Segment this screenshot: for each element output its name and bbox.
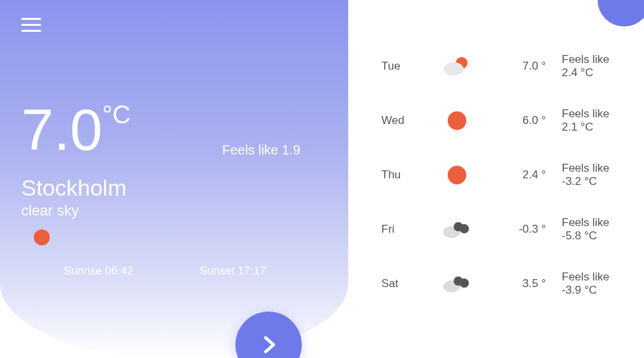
forecast-temp: 3.5 ° — [493, 277, 546, 290]
forecast-feels-like: Feels like 2.1 °C — [562, 107, 628, 134]
forecast-row: Wed 6.0 ° Feels like 2.1 °C — [381, 107, 628, 134]
sun-icon — [437, 111, 477, 131]
forecast-feels-like: Feels like -5.8 °C — [562, 216, 628, 243]
svg-point-3 — [448, 111, 466, 130]
weather-description: clear sky — [21, 202, 327, 219]
partly-cloudy-icon — [437, 56, 477, 76]
svg-point-0 — [34, 229, 50, 245]
forecast-row: Sat 3.5 ° Feels like -3.9 °C — [381, 270, 628, 297]
sun-icon — [437, 165, 477, 185]
temperature-unit: °C — [102, 101, 131, 129]
corner-button[interactable] — [598, 0, 644, 27]
forecast-day: Fri — [381, 223, 421, 236]
svg-point-2 — [444, 62, 464, 76]
forecast-panel: Tue 7.0 ° Feels like 2.4 °C Wed 6.0 ° Fe… — [348, 0, 644, 358]
forecast-feels-like: Feels like -3.2 °C — [562, 162, 628, 188]
cloudy-icon — [437, 220, 477, 239]
forecast-feels-like: Feels like 2.4 °C — [562, 53, 628, 80]
chevron-right-icon — [257, 333, 281, 357]
forecast-row: Thu 2.4 ° Feels like -3.2 °C — [381, 162, 628, 188]
sun-icon — [33, 229, 327, 246]
city-name: Stockholm — [21, 175, 327, 201]
forecast-row: Fri -0.3 ° Feels like -5.8 °C — [381, 216, 628, 243]
svg-point-7 — [460, 224, 469, 233]
forecast-temp: -0.3 ° — [493, 223, 546, 236]
forecast-day: Wed — [381, 114, 421, 127]
sunset-label: Sunset 17:17 — [200, 265, 266, 278]
forecast-temp: 2.4 ° — [493, 168, 546, 182]
svg-point-10 — [460, 278, 469, 288]
cloudy-icon — [437, 274, 477, 293]
next-button[interactable] — [235, 312, 302, 358]
forecast-row: Tue 7.0 ° Feels like 2.4 °C — [381, 53, 628, 80]
forecast-feels-like: Feels like -3.9 °C — [562, 270, 628, 297]
current-weather-panel: 7.0°C Feels like 1.9 Stockholm clear sky… — [0, 0, 348, 358]
sunrise-label: Sunrise 06:42 — [64, 265, 133, 278]
forecast-temp: 7.0 ° — [493, 60, 546, 73]
forecast-temp: 6.0 ° — [493, 114, 546, 127]
forecast-day: Thu — [381, 168, 421, 182]
current-temperature: 7.0 — [21, 101, 102, 159]
menu-icon[interactable] — [21, 15, 41, 34]
svg-point-4 — [448, 166, 466, 184]
forecast-day: Sat — [381, 277, 421, 290]
forecast-day: Tue — [381, 60, 421, 73]
sun-times: Sunrise 06:42 Sunset 17:17 — [64, 265, 327, 278]
feels-like-label: Feels like 1.9 — [222, 143, 300, 158]
